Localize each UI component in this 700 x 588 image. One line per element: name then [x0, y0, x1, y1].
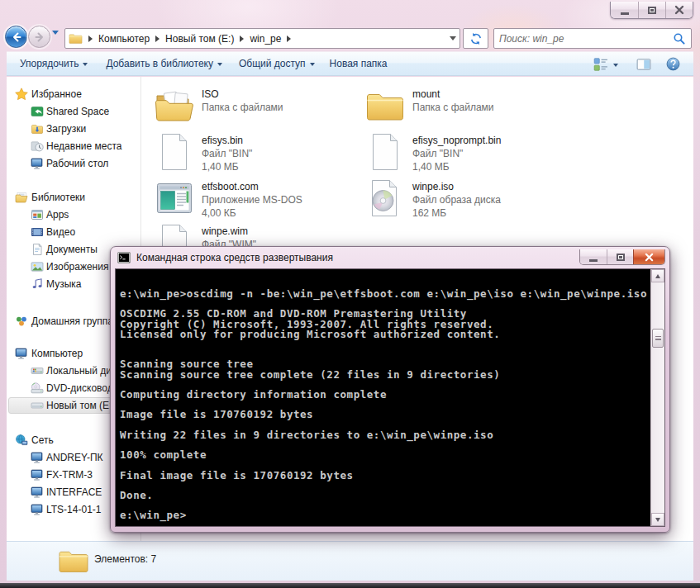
console-output: e:\win_pe>oscdimg -n -be:\win_pe\etfsboo…: [116, 269, 650, 526]
computer-icon: [15, 347, 28, 360]
file-tile[interactable]: efisys.binФайл "BIN"1,40 МБ: [155, 132, 357, 175]
views-button[interactable]: [593, 57, 618, 72]
breadcrumb-item[interactable]: Новый том (E:): [165, 33, 234, 45]
views-icon: [593, 57, 608, 72]
search-icon[interactable]: [673, 32, 686, 45]
sidebar-item-desktop[interactable]: Рабочий стол: [7, 155, 140, 172]
sidebar-item-recent-places[interactable]: Недавние места: [7, 138, 140, 154]
minimize-icon: [589, 259, 598, 262]
file-icon: [365, 132, 405, 172]
disc-image-icon: [365, 178, 405, 218]
cmd-maximize-button[interactable]: [607, 249, 633, 264]
history-dropdown[interactable]: [52, 35, 59, 46]
file-tile[interactable]: winpe.isoФайл образа диска162 МБ: [365, 178, 568, 221]
organize-button[interactable]: Упорядочить: [20, 58, 88, 69]
libraries-icon: [15, 191, 28, 204]
volume-icon: [31, 399, 44, 412]
arrow-left-icon: [10, 31, 23, 44]
help-button[interactable]: [666, 57, 680, 71]
add-to-library-button[interactable]: Добавить в библиотеку: [106, 58, 222, 69]
folder-icon: [365, 86, 405, 126]
address-dropdown-icon[interactable]: [450, 36, 456, 40]
file-tile[interactable]: mountПапка с файлами: [365, 86, 568, 129]
arrow-down-icon: [655, 518, 660, 522]
sidebar-item-video[interactable]: Видео: [7, 224, 140, 240]
file-icon: [155, 132, 194, 172]
apps-icon: [31, 208, 44, 221]
search-box: [493, 28, 692, 49]
minimize-button[interactable]: [611, 2, 638, 18]
sidebar-item-libraries[interactable]: Библиотеки: [7, 189, 140, 206]
breadcrumb-arrow-icon[interactable]: [240, 36, 244, 42]
chevron-down-icon: [83, 63, 88, 66]
pictures-icon: [31, 260, 44, 273]
chevron-down-icon: [217, 63, 222, 66]
document-icon: [31, 243, 44, 256]
refresh-icon: [469, 32, 483, 45]
restore-icon: [648, 7, 656, 14]
breadcrumb-item[interactable]: Компьютер: [98, 33, 150, 45]
breadcrumb-arrow-icon[interactable]: [155, 36, 160, 42]
sidebar-item-apps[interactable]: Apps: [7, 206, 140, 223]
sidebar-item-shared-space[interactable]: Shared Space: [7, 103, 140, 120]
file-tile[interactable]: ISOПапка с файлами: [155, 86, 357, 129]
folder-open-icon: [155, 86, 194, 126]
sidebar-item-favorites[interactable]: Избранное: [7, 86, 140, 102]
new-folder-button[interactable]: Новая папка: [330, 58, 388, 69]
chevron-down-icon: [613, 64, 618, 67]
desktop-edge: [0, 583, 700, 588]
scroll-down-button[interactable]: [651, 513, 664, 526]
console[interactable]: e:\win_pe>oscdimg -n -be:\win_pe\etfsboo…: [115, 268, 665, 527]
local-disk-icon: [31, 364, 44, 377]
preview-pane-icon: [636, 57, 651, 72]
address-bar[interactable]: Компьютер Новый том (E:) win_pe: [64, 28, 460, 49]
cmd-close-button[interactable]: [633, 249, 664, 264]
share-button[interactable]: Общий доступ: [239, 58, 315, 69]
cmd-minimize-button[interactable]: [580, 249, 607, 264]
grip-icon: [655, 336, 661, 340]
cmd-window-title: Командная строка средств развертывания: [136, 252, 333, 263]
network-icon: [15, 434, 28, 447]
homegroup-icon: [15, 315, 28, 328]
maximize-button[interactable]: [638, 2, 665, 18]
forward-button[interactable]: [28, 26, 50, 48]
minimize-icon: [621, 12, 629, 15]
breadcrumb-item[interactable]: win_pe: [250, 33, 281, 45]
network-pc-icon: [31, 468, 44, 481]
console-scrollbar[interactable]: [650, 269, 664, 526]
command-toolbar: Упорядочить Добавить в библиотеку Общий …: [7, 51, 693, 76]
refresh-button[interactable]: [463, 28, 488, 49]
cmd-window: Командная строка средств развертывания e…: [110, 246, 670, 533]
help-icon: [666, 57, 680, 71]
search-input[interactable]: [499, 33, 673, 45]
scroll-up-button[interactable]: [651, 269, 664, 282]
recent-places-icon: [31, 140, 44, 153]
arrow-right-icon: [33, 31, 46, 44]
back-button[interactable]: [5, 26, 27, 48]
scroll-thumb[interactable]: [652, 329, 664, 348]
breadcrumb-arrow-icon[interactable]: [287, 36, 291, 42]
dvd-drive-icon: [31, 382, 44, 395]
chevron-down-icon: [310, 63, 315, 66]
folder-icon: [69, 32, 83, 45]
cmd-window-controls: [579, 249, 665, 265]
preview-pane-button[interactable]: [636, 57, 651, 72]
cmd-icon: [117, 252, 131, 263]
sidebar-item-downloads[interactable]: Загрузки: [7, 121, 140, 137]
explorer-window: Компьютер Новый том (E:) win_pe Упорядоч…: [0, 0, 700, 588]
music-icon: [31, 277, 44, 291]
breadcrumb-arrow-icon[interactable]: [88, 36, 93, 42]
desktop-icon: [31, 157, 44, 170]
network-pc-icon: [31, 503, 44, 516]
chevron-down-icon: [52, 31, 59, 46]
arrow-up-icon: [655, 274, 660, 278]
shared-folder-icon: [31, 105, 44, 118]
file-tile[interactable]: etfsboot.comПриложение MS-DOS4,00 КБ: [155, 178, 357, 221]
close-button[interactable]: [665, 2, 693, 18]
downloads-icon: [31, 122, 44, 135]
close-icon: [674, 5, 684, 15]
msdos-app-icon: [155, 178, 194, 218]
network-pc-icon: [31, 486, 44, 499]
items-count: Элементов: 7: [94, 553, 156, 565]
file-tile[interactable]: efisys_noprompt.binФайл "BIN"1,40 МБ: [365, 132, 568, 175]
